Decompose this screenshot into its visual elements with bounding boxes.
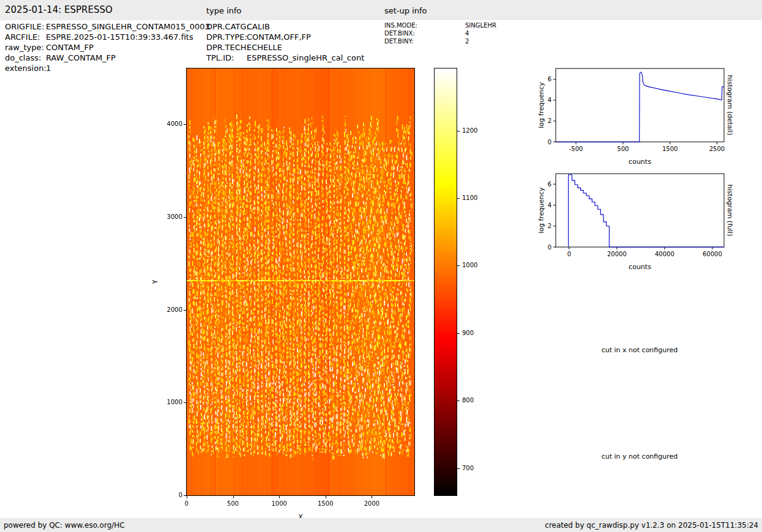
x-tick-label: 0 bbox=[567, 251, 571, 257]
colorbar-tick-label: 1100 bbox=[462, 194, 489, 202]
det-biny-value: 2 bbox=[465, 38, 469, 45]
do-class-value: RAW_CONTAM_FP bbox=[46, 53, 116, 62]
colorbar-tick-mark bbox=[457, 401, 460, 401]
main-x-tick-label: 500 bbox=[221, 500, 245, 508]
raw-type-label: raw_type: bbox=[5, 43, 44, 52]
footer-powered-by: powered by QC: www.eso.org/HC bbox=[4, 521, 125, 530]
cut-in-y-annotation: cut in y not configured bbox=[548, 453, 731, 460]
dpr-catg-value: CALIB bbox=[247, 22, 270, 31]
main-x-tick-label: 0 bbox=[174, 500, 199, 508]
hist-detail-right-label: histogram (detail) bbox=[726, 75, 734, 136]
x-tick-label: 60000 bbox=[703, 251, 722, 257]
dpr-tech-value: ECHELLE bbox=[247, 43, 282, 52]
main-y-tick-mark bbox=[184, 217, 186, 218]
x-tick-label: 1500 bbox=[662, 146, 678, 152]
hist-detail-x-label: counts bbox=[556, 158, 724, 166]
hist-full-right-label: histogram (full) bbox=[726, 185, 734, 237]
origfile-value: ESPRESSO_SINGLEHR_CONTAM015_0003 bbox=[46, 22, 210, 31]
type-info-heading: type info bbox=[206, 6, 242, 15]
setup-info-heading: set-up info bbox=[384, 6, 427, 15]
main-y-tick-mark bbox=[184, 124, 186, 125]
raw-type-value: CONTAM_FP bbox=[46, 43, 94, 52]
ins-mode-label: INS.MODE: bbox=[384, 22, 417, 29]
x-tick-label: -500 bbox=[569, 146, 583, 152]
colorbar-tick-label: 900 bbox=[462, 330, 489, 337]
qc-report-page: 2025-01-14: ESPRESSO type info set-up in… bbox=[0, 0, 762, 532]
det-binx-label: DET.BINX: bbox=[384, 30, 415, 37]
histogram-line bbox=[569, 175, 724, 247]
main-y-tick-label: 1000 bbox=[155, 399, 182, 406]
histogram-full-plot: 02000040000600000246 bbox=[532, 170, 727, 262]
main-y-tick-mark bbox=[184, 402, 186, 403]
tpl-id-label: TPL.ID: bbox=[206, 53, 234, 62]
main-y-tick-mark bbox=[184, 310, 186, 311]
main-x-tick-label: 1000 bbox=[267, 500, 291, 508]
main-y-tick-mark bbox=[184, 495, 186, 496]
arcfile-label: ARCFILE: bbox=[5, 32, 40, 42]
main-x-tick-mark bbox=[187, 496, 187, 498]
main-x-tick-mark bbox=[233, 496, 234, 498]
hist-detail-y-label: log frequency bbox=[537, 82, 545, 128]
colorbar-tick-mark bbox=[457, 198, 460, 199]
y-tick-label: 2 bbox=[548, 223, 551, 229]
raw-detector-image bbox=[187, 68, 414, 495]
y-tick-label: 6 bbox=[548, 76, 551, 83]
hist-full-y-label: log frequency bbox=[537, 187, 545, 233]
x-tick-label: 40000 bbox=[655, 251, 674, 257]
colorbar-tick-label: 700 bbox=[462, 465, 489, 472]
x-tick-label: 20000 bbox=[607, 251, 627, 257]
y-tick-label: 4 bbox=[548, 202, 551, 209]
ins-mode-value: SINGLEHR bbox=[465, 22, 496, 29]
dpr-type-label: DPR.TYPE: bbox=[206, 32, 247, 42]
det-biny-label: DET.BINY: bbox=[384, 38, 414, 45]
dpr-type-value: CONTAM,OFF,FP bbox=[247, 32, 311, 42]
header-bar: 2025-01-14: ESPRESSO type info set-up in… bbox=[0, 0, 762, 20]
origfile-label: ORIGFILE: bbox=[5, 22, 44, 31]
footer-bar: powered by QC: www.eso.org/HC created by… bbox=[0, 518, 762, 532]
plot-frame bbox=[556, 174, 724, 247]
dpr-catg-label: DPR.CATG: bbox=[206, 22, 249, 31]
main-y-tick-label: 2000 bbox=[155, 306, 182, 314]
main-y-axis-label: Y bbox=[151, 280, 159, 284]
footer-created-by: created by qc_rawdisp.py v1.2.3 on 2025-… bbox=[545, 521, 758, 530]
colorbar-gradient bbox=[435, 68, 457, 495]
main-x-tick-mark bbox=[279, 496, 280, 498]
colorbar bbox=[434, 68, 457, 496]
main-x-tick-label: 1500 bbox=[313, 500, 338, 508]
extension-label: extension: bbox=[5, 64, 47, 73]
y-tick-label: 0 bbox=[548, 139, 551, 146]
cut-in-x-annotation: cut in x not configured bbox=[548, 346, 731, 354]
main-y-tick-label: 4000 bbox=[155, 120, 182, 128]
colorbar-tick-label: 1000 bbox=[462, 262, 489, 269]
x-tick-label: 2500 bbox=[709, 146, 725, 152]
page-title: 2025-01-14: ESPRESSO bbox=[5, 4, 113, 15]
det-binx-value: 4 bbox=[465, 30, 469, 37]
arcfile-value: ESPRE.2025-01-15T10:39:33.467.fits bbox=[46, 32, 193, 42]
main-y-tick-label: 0 bbox=[155, 492, 182, 499]
colorbar-tick-mark bbox=[457, 468, 460, 469]
histogram-detail-plot: -500500150025000246 bbox=[532, 65, 727, 157]
do-class-label: do_class: bbox=[5, 53, 41, 62]
tpl-id-value: ESPRESSO_singleHR_cal_cont bbox=[247, 53, 364, 62]
y-tick-label: 0 bbox=[548, 244, 551, 251]
colorbar-tick-mark bbox=[457, 131, 460, 131]
colorbar-tick-mark bbox=[457, 265, 460, 266]
colorbar-tick-label: 800 bbox=[462, 397, 489, 404]
colorbar-tick-label: 1200 bbox=[462, 127, 489, 135]
main-x-tick-label: 2000 bbox=[359, 500, 384, 508]
main-x-tick-mark bbox=[372, 496, 372, 498]
raw-image-plot-frame bbox=[186, 68, 415, 496]
hist-full-x-label: counts bbox=[556, 263, 724, 271]
y-tick-label: 2 bbox=[548, 117, 551, 124]
main-y-tick-label: 3000 bbox=[155, 213, 182, 221]
dpr-tech-label: DPR.TECH: bbox=[206, 43, 249, 52]
y-tick-label: 6 bbox=[548, 181, 551, 188]
y-tick-label: 4 bbox=[548, 97, 551, 103]
main-x-tick-mark bbox=[326, 496, 326, 498]
extension-value: 1 bbox=[46, 64, 51, 73]
colorbar-tick-mark bbox=[457, 333, 460, 334]
x-tick-label: 500 bbox=[617, 146, 629, 152]
histogram-line bbox=[556, 72, 724, 142]
